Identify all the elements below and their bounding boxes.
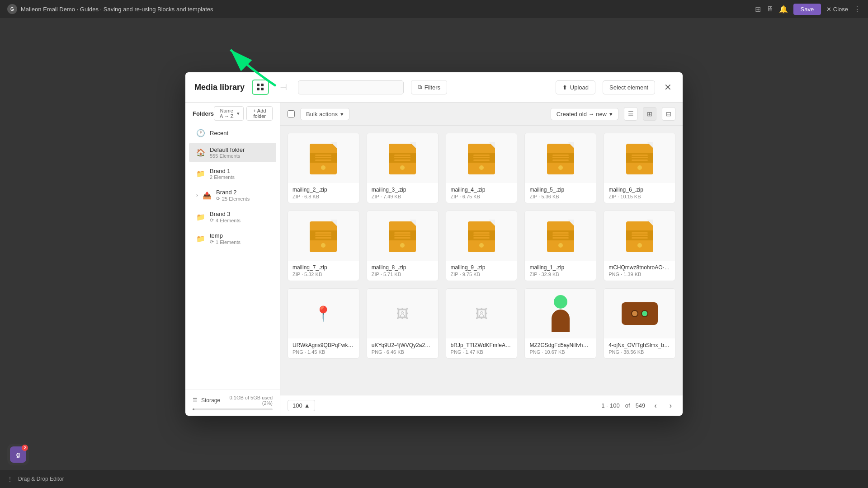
avatar-inner: g 2 <box>10 446 26 463</box>
brand3-count: 4 Elements <box>216 218 241 223</box>
folder-icon-temp: 📁 <box>196 235 205 243</box>
sidebar-item-brand1[interactable]: 📁 Brand 1 2 Elements <box>189 164 276 183</box>
media-card-meta: PNG · 10.67 KB <box>529 349 591 355</box>
sidebar-item-default-folder[interactable]: 🏠 Default folder 555 Elements <box>189 143 276 162</box>
media-card-meta: ZIP · 6.8 KB <box>292 194 354 199</box>
top-bar-left: G Maileon Email Demo · Guides · Saving a… <box>7 4 213 14</box>
media-card[interactable]: mailing_8_.zip ZIP · 5.71 KB <box>367 211 439 281</box>
notification-badge: 2 <box>22 445 28 451</box>
svg-rect-0 <box>257 84 259 86</box>
modal-body: Folders Name A → Z ▾ + Add folder 🕐 Rece… <box>185 103 683 416</box>
media-card[interactable]: mailing_9_.zip ZIP · 9.75 KB <box>446 211 518 281</box>
page-size-button[interactable]: 100 ▲ <box>288 400 315 411</box>
drag-drop-label: Drag & Drop Editor <box>18 476 64 482</box>
sidebar-item-brand2[interactable]: › 📤 Brand 2 ⟳ 25 Elements <box>189 185 276 205</box>
recent-icon: 🕐 <box>196 129 205 137</box>
content-toolbar: Bulk actions ▾ Created old → new ▾ ☰ ⊞ <box>280 103 683 126</box>
media-card[interactable]: mailing_4_.zip ZIP · 6.75 KB <box>446 133 518 203</box>
media-card-meta: ZIP · 5.36 KB <box>529 194 591 199</box>
media-card-info: bRJp_TTIZWdKFmfeAXc... PNG · 1.47 KB <box>446 338 517 358</box>
media-card[interactable]: mailing_2_.zip ZIP · 6.8 KB <box>288 133 359 203</box>
modal-title: Media library <box>194 83 245 92</box>
media-card[interactable]: 4-ojNx_OVfTghSlmx_bY_Q PNG · 38.56 KB <box>604 288 675 359</box>
upload-button[interactable]: ⬆ Upload <box>556 80 595 94</box>
media-card-info: mailing_6_.zip ZIP · 10.15 KB <box>604 183 675 203</box>
media-card-info: mCHQmwz8tnohroAO-G... PNG · 1.39 KB <box>604 261 675 281</box>
sidebar-item-temp[interactable]: 📁 temp ⟳ 1 Elements <box>189 229 276 249</box>
brand2-name: Brand 2 <box>216 189 269 196</box>
bulk-actions-button[interactable]: Bulk actions ▾ <box>300 108 349 120</box>
add-folder-button[interactable]: + Add folder <box>246 106 273 121</box>
folder-icon: 📁 <box>196 169 205 178</box>
dots-icon[interactable]: ⋮ <box>854 5 861 14</box>
page-size-value: 100 <box>292 402 302 409</box>
sort-created-button[interactable]: Created old → new ▾ <box>551 108 618 120</box>
pagination-of: of <box>625 402 630 409</box>
media-card-meta: ZIP · 6.75 KB <box>451 194 513 199</box>
media-card-info: URWkAgns9QBPqFwkYI... PNG · 1.45 KB <box>288 338 359 358</box>
select-element-button[interactable]: Select element <box>603 80 655 94</box>
media-card[interactable]: 📍 URWkAgns9QBPqFwkYI... PNG · 1.45 KB <box>288 288 359 359</box>
grid-icon[interactable]: ⊞ <box>755 5 761 14</box>
media-card[interactable]: mailing_3_.zip ZIP · 7.49 KB <box>367 133 439 203</box>
view-grid-button[interactable]: ⊞ <box>643 107 656 121</box>
media-card-name: bRJp_TTIZWdKFmfeAXc... <box>451 342 513 348</box>
media-card-meta: ZIP · 7.49 KB <box>372 194 434 199</box>
media-card-name: mCHQmwz8tnohroAO-G... <box>609 264 670 271</box>
grid-view-toggle-button[interactable] <box>252 80 269 95</box>
media-card-name: mailing_5_.zip <box>529 187 591 193</box>
grid-icon <box>256 83 264 91</box>
user-avatar-badge[interactable]: g 2 <box>7 444 29 465</box>
media-card[interactable]: 🖼 uKYq9U2-4jWVQy2a2Z_... PNG · 6.46 KB <box>367 288 439 359</box>
svg-rect-3 <box>261 88 264 90</box>
media-card[interactable]: mailing_7_.zip ZIP · 5.32 KB <box>288 211 359 281</box>
next-page-button[interactable]: › <box>666 401 675 411</box>
media-card-meta: PNG · 38.56 KB <box>609 349 670 355</box>
save-button[interactable]: Save <box>793 4 821 15</box>
prev-page-button[interactable]: ‹ <box>651 401 660 411</box>
top-bar-right: ⊞ 🖥 🔔 Save ✕ Close ⋮ <box>755 4 861 15</box>
media-card[interactable]: MZ2GSdgFd5ayNilIvhGF... PNG · 10.67 KB <box>524 288 596 359</box>
sidebar-item-recent[interactable]: 🕐 Recent <box>189 125 276 141</box>
select-all-checkbox[interactable] <box>288 110 295 117</box>
storage-label: Storage <box>201 397 220 404</box>
media-card[interactable]: mailing_1_.zip ZIP · 32.9 KB <box>524 211 596 281</box>
media-card-meta: PNG · 6.46 KB <box>372 349 434 355</box>
radio-thumb <box>622 302 658 325</box>
person-thumb <box>552 295 570 332</box>
brand1-count: 2 Elements <box>210 174 269 180</box>
media-card-meta: ZIP · 10.15 KB <box>609 194 670 199</box>
list-view-icon: ☰ <box>628 110 634 117</box>
media-card[interactable]: 🖼 bRJp_TTIZWdKFmfeAXc... PNG · 1.47 KB <box>446 288 518 359</box>
upload-icon: ⬆ <box>562 84 567 91</box>
storage-info: 0.1GB of 5GB used (2%) <box>227 395 273 406</box>
modal-close-button[interactable]: ✕ <box>662 80 674 94</box>
media-card[interactable]: mailing_6_.zip ZIP · 10.15 KB <box>604 133 675 203</box>
sort-dropdown[interactable]: Name A → Z ▾ <box>214 106 244 121</box>
content-footer: 100 ▲ 1 - 100 of 549 ‹ › <box>280 395 683 416</box>
close-button[interactable]: ✕ Close <box>826 6 848 13</box>
app-logo: G <box>7 4 17 14</box>
sidebar-storage: ☰ Storage 0.1GB of 5GB used (2%) <box>185 389 280 416</box>
bell-icon[interactable]: 🔔 <box>779 5 788 14</box>
sidebar-item-brand3[interactable]: 📁 Brand 3 ⟳ 4 Elements <box>189 207 276 227</box>
media-card[interactable]: mCHQmwz8tnohroAO-G... PNG · 1.39 KB <box>604 211 675 281</box>
media-card-thumbnail <box>604 289 675 338</box>
page-size-chevron-icon: ▲ <box>304 402 310 409</box>
media-card-thumbnail: 📍 <box>288 289 359 338</box>
filters-button[interactable]: ⧉ Filters <box>411 80 447 94</box>
monitor-icon[interactable]: 🖥 <box>766 5 774 13</box>
media-card[interactable]: mailing_5_.zip ZIP · 5.36 KB <box>524 133 596 203</box>
default-folder-name: Default folder <box>210 146 269 153</box>
view-list-button[interactable]: ☰ <box>624 107 637 121</box>
media-card-info: 4-ojNx_OVfTghSlmx_bY_Q PNG · 38.56 KB <box>604 338 675 358</box>
empty-thumb: 🖼 <box>396 306 409 321</box>
home-icon: 🏠 <box>196 148 205 157</box>
folder-upload-icon: 📤 <box>203 191 212 200</box>
media-card-name: URWkAgns9QBPqFwkYI... <box>292 342 354 348</box>
view-grid2-button[interactable]: ⊟ <box>662 107 675 121</box>
collapse-sidebar-button[interactable]: ⊣ <box>276 80 291 94</box>
media-grid: mailing_2_.zip ZIP · 6.8 KB <box>280 126 683 395</box>
search-input[interactable] <box>298 80 404 94</box>
media-card-info: mailing_3_.zip ZIP · 7.49 KB <box>367 183 438 203</box>
